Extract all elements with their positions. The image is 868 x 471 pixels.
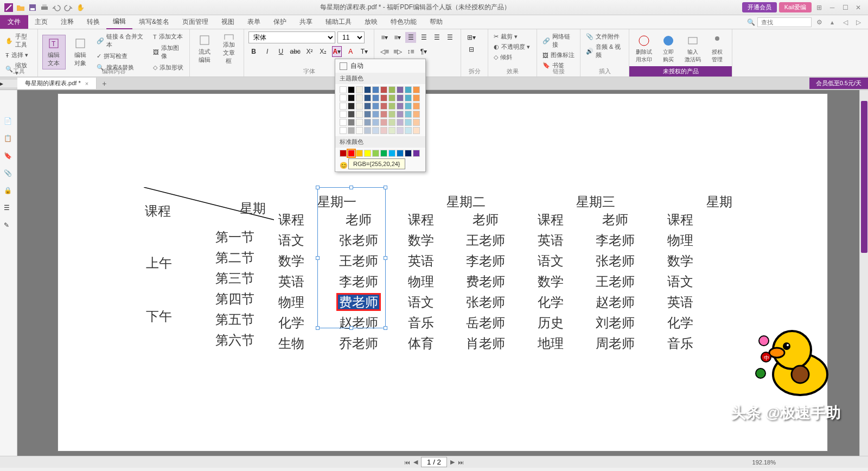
italic-button[interactable]: I: [263, 46, 272, 57]
number-list[interactable]: ≡▾: [392, 32, 403, 43]
side-page-icon[interactable]: 📄: [4, 117, 14, 127]
web-link[interactable]: 🔗 网络链接: [541, 31, 576, 50]
page-input[interactable]: [421, 457, 447, 467]
color-swatch[interactable]: [340, 127, 347, 134]
color-swatch[interactable]: [388, 119, 395, 126]
panel-toggle[interactable]: ▸: [0, 80, 17, 87]
menu-convert[interactable]: 转换: [80, 15, 106, 29]
color-swatch[interactable]: [356, 127, 363, 134]
color-swatch[interactable]: [372, 127, 379, 134]
menu-share[interactable]: 共享: [293, 15, 319, 29]
color-swatch[interactable]: [348, 86, 355, 93]
split-v[interactable]: ⊟: [466, 44, 477, 55]
color-swatch[interactable]: [364, 94, 371, 101]
grid-icon[interactable]: ⊞: [814, 2, 825, 13]
color-swatch[interactable]: [388, 103, 395, 110]
strike-button[interactable]: abc: [290, 46, 301, 57]
menu-help[interactable]: 帮助: [423, 15, 449, 29]
auto-color[interactable]: 自动: [335, 59, 425, 73]
color-swatch[interactable]: [405, 94, 412, 101]
color-swatch[interactable]: [364, 119, 371, 126]
opacity-tool[interactable]: ◐ 不透明度 ▾: [493, 42, 532, 52]
menu-page[interactable]: 页面管理: [176, 15, 215, 29]
color-swatch[interactable]: [348, 150, 355, 157]
align-left[interactable]: ☰: [405, 32, 416, 43]
color-swatch[interactable]: [356, 103, 363, 110]
case-button[interactable]: T▾: [360, 46, 369, 57]
next-page-icon[interactable]: ▶: [450, 459, 455, 466]
color-swatch[interactable]: [340, 111, 347, 118]
color-swatch[interactable]: [413, 111, 420, 118]
color-swatch[interactable]: [413, 94, 420, 101]
pdf-page[interactable]: 课程 星期 星期一 星期二 星期三 星期 上午 下午 第一节第二节第三节第四节第…: [58, 93, 828, 451]
menu-protect[interactable]: 保护: [267, 15, 293, 29]
side-attach-icon[interactable]: 📎: [4, 169, 14, 179]
hand-tool[interactable]: ✋ 手型工具: [4, 31, 33, 50]
color-swatch[interactable]: [397, 111, 404, 118]
crop-tool[interactable]: ✂ 裁剪 ▾: [493, 31, 532, 42]
side-lock-icon[interactable]: 🔒: [4, 187, 14, 196]
search-icon[interactable]: 🔍: [747, 18, 755, 26]
align-right[interactable]: ☰: [431, 32, 442, 43]
collapse-icon[interactable]: ▴: [827, 17, 838, 28]
superscript-button[interactable]: X²: [305, 46, 314, 57]
redo-icon[interactable]: [64, 3, 73, 12]
color-swatch[interactable]: [413, 119, 420, 126]
color-swatch[interactable]: [405, 150, 412, 157]
nav-next-icon[interactable]: ▷: [853, 17, 864, 28]
side-layers-icon[interactable]: ☰: [4, 204, 14, 214]
buy-now[interactable]: 立即 购买: [658, 31, 679, 66]
color-swatch[interactable]: [372, 94, 379, 101]
color-swatch[interactable]: [372, 150, 379, 157]
color-swatch[interactable]: [348, 94, 355, 101]
side-bookmark-icon[interactable]: 🔖: [4, 152, 14, 162]
color-swatch[interactable]: [348, 103, 355, 110]
enter-code[interactable]: 输入 激活码: [682, 31, 704, 66]
bold-button[interactable]: B: [249, 46, 258, 57]
color-swatch[interactable]: [380, 103, 387, 110]
subscript-button[interactable]: X₂: [318, 46, 328, 57]
size-select[interactable]: 11: [337, 31, 365, 43]
menu-file[interactable]: 文件: [0, 15, 28, 29]
color-swatch[interactable]: [397, 103, 404, 110]
user-badge[interactable]: Kail爱编: [779, 2, 812, 12]
underline-button[interactable]: U: [276, 46, 285, 57]
color-swatch[interactable]: [348, 119, 355, 126]
color-swatch[interactable]: [405, 127, 412, 134]
color-swatch[interactable]: [372, 86, 379, 93]
add-text[interactable]: T 添加文本: [152, 31, 185, 42]
options-icon[interactable]: ⚙: [814, 17, 825, 28]
indent-inc[interactable]: ≡▷: [392, 46, 403, 57]
color-swatch[interactable]: [388, 111, 395, 118]
file-attach[interactable]: 📎 文件附件: [585, 31, 624, 42]
edit-text-button[interactable]: T编辑 文本: [42, 35, 66, 69]
highlight-button[interactable]: A: [346, 46, 355, 57]
align-center[interactable]: ☰: [418, 32, 429, 43]
license-mgr[interactable]: 授权 管理: [706, 31, 727, 66]
color-swatch[interactable]: [356, 86, 363, 93]
color-swatch[interactable]: [340, 119, 347, 126]
color-swatch[interactable]: [397, 150, 404, 157]
color-swatch[interactable]: [413, 103, 420, 110]
color-swatch[interactable]: [356, 111, 363, 118]
search-input[interactable]: [757, 17, 812, 27]
color-swatch[interactable]: [397, 86, 404, 93]
color-swatch[interactable]: [388, 150, 395, 157]
bullet-list[interactable]: ≡▾: [379, 32, 390, 43]
img-annot[interactable]: 🖼 图像标注: [541, 50, 576, 60]
color-swatch[interactable]: [340, 103, 347, 110]
member-badge[interactable]: 开通会员: [742, 2, 777, 12]
color-swatch[interactable]: [397, 127, 404, 134]
color-swatch[interactable]: [364, 111, 371, 118]
remove-watermark[interactable]: 删除试 用水印: [634, 31, 655, 66]
spell-check[interactable]: ✓ 拼写检查: [95, 51, 149, 61]
menu-view[interactable]: 视图: [215, 15, 241, 29]
menu-access[interactable]: 辅助工具: [319, 15, 358, 29]
color-swatch[interactable]: [413, 127, 420, 134]
color-swatch[interactable]: [364, 127, 371, 134]
color-swatch[interactable]: [397, 94, 404, 101]
color-swatch[interactable]: [348, 127, 355, 134]
menu-feature[interactable]: 特色功能: [384, 15, 423, 29]
para-spacing[interactable]: ¶▾: [418, 46, 429, 57]
side-sign-icon[interactable]: ✎: [4, 221, 14, 231]
